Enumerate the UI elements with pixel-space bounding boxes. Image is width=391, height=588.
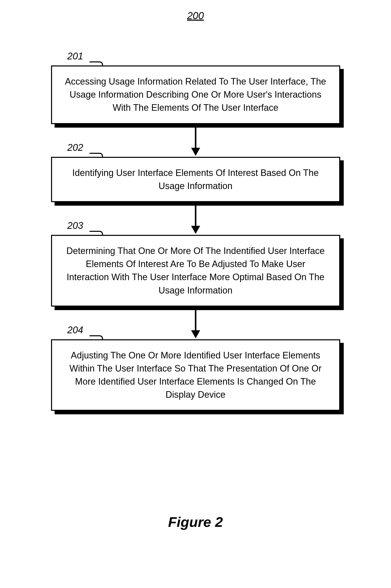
flow-step: 203 Determining That One Or More Of The …: [45, 235, 346, 307]
figure-page: 200 201 Accessing Usage Information Rela…: [0, 0, 391, 588]
svg-marker-1: [191, 148, 200, 156]
step-text: Adjusting The One Or More Identified Use…: [51, 339, 340, 411]
step-text: Accessing Usage Information Related To T…: [51, 65, 340, 124]
step-box: Accessing Usage Information Related To T…: [51, 65, 340, 124]
figure-caption: Figure 2: [168, 514, 223, 530]
step-ref-label: 202: [67, 142, 83, 153]
arrow-down-icon: [188, 202, 203, 235]
flow-step: 202 Identifying User Interface Elements …: [45, 157, 346, 202]
step-ref-label: 203: [67, 220, 83, 231]
arrow-down-icon: [188, 124, 203, 157]
step-box: Determining That One Or More Of The Inde…: [51, 235, 340, 307]
step-box: Adjusting The One Or More Identified Use…: [51, 339, 340, 411]
step-ref-label: 201: [67, 51, 83, 62]
figure-number-label: 200: [187, 10, 204, 21]
step-text: Determining That One Or More Of The Inde…: [51, 235, 340, 307]
svg-marker-3: [191, 226, 200, 234]
step-ref-label: 204: [67, 325, 83, 336]
flow-step: 204 Adjusting The One Or More Identified…: [45, 339, 346, 411]
step-box: Identifying User Interface Elements Of I…: [51, 157, 340, 202]
flow-step: 201 Accessing Usage Information Related …: [45, 65, 346, 124]
arrow-down-icon: [188, 307, 203, 339]
step-text: Identifying User Interface Elements Of I…: [51, 157, 340, 202]
flowchart: 201 Accessing Usage Information Related …: [45, 65, 346, 411]
svg-marker-5: [191, 330, 200, 338]
